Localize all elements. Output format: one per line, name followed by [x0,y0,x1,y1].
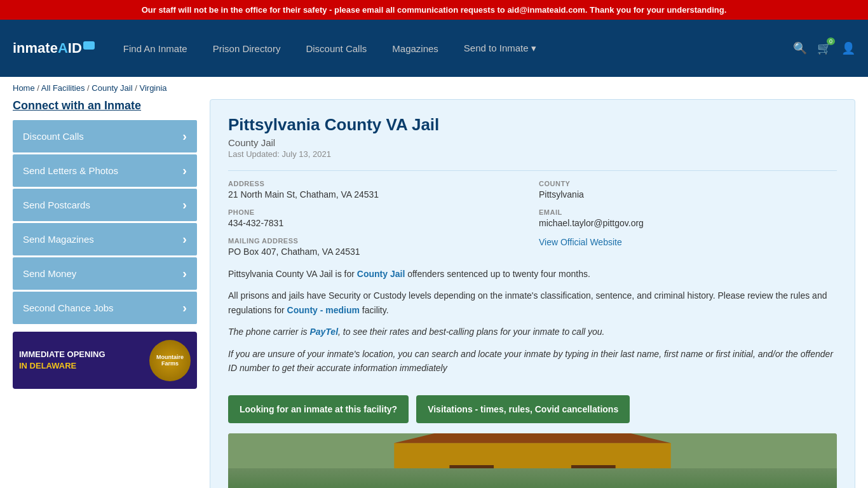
detail-mailing: MAILING ADDRESS PO Box 407, Chatham, VA … [228,237,526,257]
logo[interactable]: inmateAID™ [13,40,95,57]
county-jail-link[interactable]: County Jail [357,269,405,279]
facility-type: County Jail [228,137,837,148]
facility-card: Pittsylvania County VA Jail County Jail … [210,99,855,488]
breadcrumb: Home / All Facilities / County Jail / Vi… [0,77,868,99]
svg-marker-2 [394,433,670,443]
desc-para-2: All prisons and jails have Security or C… [228,288,837,317]
nav-magazines[interactable]: Magazines [383,37,448,60]
chevron-right-icon: › [182,266,187,281]
sidebar-title: Connect with an Inmate [13,99,197,112]
nav-prison-directory[interactable]: Prison Directory [203,37,290,60]
facility-description: Pittsylvania County VA Jail is for Count… [228,257,837,389]
alert-text: Our staff will not be in the office for … [142,5,727,15]
chevron-right-icon: › [182,163,187,178]
nav-discount-calls[interactable]: Discount Calls [296,37,376,60]
sidebar-ad: IMMEDIATE OPENING IN DELAWARE Mountaire … [13,332,197,389]
breadcrumb-all-facilities[interactable]: All Facilities [41,83,85,93]
desc-para-1: Pittsylvania County VA Jail is for Count… [228,267,837,281]
email-value: michael.taylor@pittgov.org [539,218,837,228]
sidebar: Connect with an Inmate Discount Calls › … [13,99,197,488]
cart-button[interactable]: 🛒 0 [817,41,831,55]
county-value: Pittsylvania [539,189,837,200]
county-medium-link[interactable]: County - medium [287,305,360,315]
header: inmateAID™ Find An Inmate Prison Directo… [0,20,868,77]
logo-text: inmateAID™ [13,40,95,57]
detail-website: View Official Website [539,237,837,257]
main-layout: Connect with an Inmate Discount Calls › … [0,99,868,488]
chevron-right-icon: › [182,198,187,212]
desc-para-4: If you are unsure of your inmate's locat… [228,347,837,376]
sidebar-btn-jobs[interactable]: Second Chance Jobs › [13,292,197,324]
sidebar-btn-magazines[interactable]: Send Magazines › [13,223,197,255]
cart-badge: 0 [827,37,835,45]
address-value: 21 North Main St, Chatham, VA 24531 [228,189,526,200]
visitation-button[interactable]: Visitations - times, rules, Covid cancel… [416,395,630,423]
facility-updated: Last Updated: July 13, 2021 [228,149,837,159]
facility-details: ADDRESS 21 North Main St, Chatham, VA 24… [228,170,837,257]
chevron-right-icon: › [182,301,187,315]
sidebar-btn-money[interactable]: Send Money › [13,257,197,290]
nav-find-inmate[interactable]: Find An Inmate [114,37,197,60]
mailing-value: PO Box 407, Chatham, VA 24531 [228,247,526,257]
header-icons: 🔍 🛒 0 👤 [793,41,855,55]
phone-value: 434-432-7831 [228,218,526,228]
looking-for-inmate-button[interactable]: Looking for an inmate at this facility? [228,395,409,423]
facility-name: Pittsylvania County VA Jail [228,115,837,135]
main-nav: Find An Inmate Prison Directory Discount… [114,36,793,60]
user-button[interactable]: 👤 [841,41,855,55]
action-buttons: Looking for an inmate at this facility? … [228,395,837,423]
paytel-link[interactable]: PayTel [309,327,338,337]
desc-para-3: The phone carrier is PayTel, to see thei… [228,325,837,339]
sidebar-btn-letters[interactable]: Send Letters & Photos › [13,154,197,187]
sidebar-ad-text: IMMEDIATE OPENING IN DELAWARE [19,349,105,372]
detail-address: ADDRESS 21 North Main St, Chatham, VA 24… [228,180,526,200]
detail-county: COUNTY Pittsylvania [539,180,837,200]
detail-email: EMAIL michael.taylor@pittgov.org [539,208,837,228]
breadcrumb-home[interactable]: Home [13,83,35,93]
website-link[interactable]: View Official Website [539,237,622,247]
sidebar-btn-postcards[interactable]: Send Postcards › [13,189,197,221]
sidebar-btn-discount-calls[interactable]: Discount Calls › [13,120,197,152]
chevron-right-icon: › [182,232,187,247]
breadcrumb-virginia[interactable]: Virginia [139,83,166,93]
content-area: Pittsylvania County VA Jail County Jail … [210,99,855,488]
detail-phone: PHONE 434-432-7831 [228,208,526,228]
breadcrumb-county-jail[interactable]: County Jail [92,83,132,93]
sidebar-ad-badge: Mountaire Farms [149,340,191,381]
search-button[interactable]: 🔍 [793,41,807,55]
facility-image [228,433,837,488]
nav-send-to-inmate[interactable]: Send to Inmate ▾ [454,36,546,60]
alert-banner: Our staff will not be in the office for … [0,0,868,20]
chevron-right-icon: › [182,129,187,144]
